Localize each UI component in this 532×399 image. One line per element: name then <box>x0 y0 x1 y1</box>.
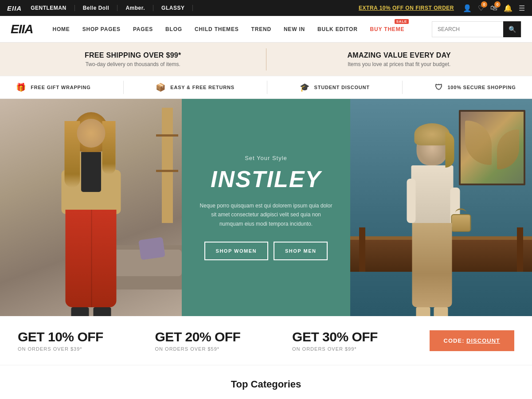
nav-shop-pages[interactable]: SHOP PAGES <box>76 26 127 32</box>
hair <box>73 112 109 152</box>
right-heels <box>411 307 453 316</box>
hero-left-person <box>66 112 117 316</box>
user-icon[interactable]: 👤 <box>463 4 472 12</box>
nav-new-in[interactable]: NEW IN <box>278 26 311 32</box>
shop-men-button[interactable]: SHOP MEN <box>274 242 328 260</box>
theme-glassy[interactable]: GLASSY <box>153 5 193 11</box>
promo-left: FREE SHIPPING OVER $99* Two-day delivery… <box>0 51 266 67</box>
promo-highlight: 10% OFF <box>379 5 404 11</box>
handbag-handle <box>455 208 466 217</box>
wishlist-icon[interactable]: ♡ 0 <box>478 4 484 12</box>
feature-returns-label: EASY & FREE RETURNS <box>170 85 235 90</box>
feature-returns: 📦 EASY & FREE RETURNS <box>156 82 234 92</box>
menu-icon[interactable]: ☰ <box>519 4 525 12</box>
discount-section: GET 10% OFF ON ORDERS OVER $39* GET 20% … <box>0 316 532 365</box>
theme-gentleman[interactable]: GENTLEMAN <box>31 5 75 11</box>
promo-right: AMAZING VALUE EVERY DAY Items you love a… <box>266 51 532 67</box>
feature-gift-wrapping: 🎁 FREE GIFT WRAPPING <box>16 82 90 92</box>
theme-belledoll[interactable]: Belle Doll <box>75 5 118 11</box>
shelf-h1 <box>156 134 178 137</box>
main-header: EIIA HOME SHOP PAGES PAGES BLOG CHILD TH… <box>0 16 532 43</box>
topbar-logo: EIIA <box>7 4 22 12</box>
search-input[interactable] <box>432 26 503 32</box>
pants-seam <box>91 210 92 307</box>
pants <box>66 210 117 307</box>
hero-left-panel <box>0 99 182 316</box>
promo-right-subtitle: Items you love at prices that fit your b… <box>284 61 515 67</box>
topbar-icons: 👤 ♡ 0 🛍 0 🔔 ☰ <box>463 4 525 12</box>
desk-leg-left <box>359 227 365 272</box>
promo-prefix: EXTRA <box>359 5 379 11</box>
handbag <box>451 214 471 232</box>
hero-right-scene <box>350 99 532 316</box>
theme-amber[interactable]: Amber. <box>117 5 153 11</box>
search-button[interactable]: 🔍 <box>503 21 521 37</box>
discount-title-2: GET 20% OFF <box>155 329 241 344</box>
search-area: 🔍 <box>432 21 521 37</box>
promo-right-title: AMAZING VALUE EVERY DAY <box>284 51 515 59</box>
nav-trend[interactable]: TREND <box>245 26 278 32</box>
shoes <box>66 307 117 316</box>
face <box>77 119 105 148</box>
art-leaf-2 <box>497 129 519 169</box>
promo-left-title: FREE SHIPPING OVER $99* <box>18 51 248 59</box>
main-nav: HOME SHOP PAGES PAGES BLOG CHILD THEMES … <box>46 26 432 32</box>
cart-icon[interactable]: 🛍 0 <box>490 4 497 12</box>
shield-icon: 🛡 <box>435 83 443 92</box>
right-arm-left <box>407 179 415 223</box>
topbar-promo: EXTRA 10% OFF ON FIRST ORDER <box>359 5 454 11</box>
gift-icon: 🎁 <box>16 82 26 92</box>
nav-home[interactable]: HOME <box>46 26 76 32</box>
feature-student-label: STUDENT DISCOUNT <box>314 85 370 90</box>
discount-col-2: GET 20% OFF ON ORDERS OVER $59* <box>155 329 293 352</box>
discount-subtitle-1: ON ORDERS OVER $39* <box>18 346 155 352</box>
shop-women-button[interactable]: SHOP WOMEN <box>204 242 268 260</box>
discount-col-1: GET 10% OFF ON ORDERS OVER $39* <box>18 329 155 352</box>
student-icon: 🎓 <box>300 82 310 92</box>
promo-suffix: ON FIRST ORDER <box>403 5 454 11</box>
top-categories-title: Top Categories <box>18 379 514 390</box>
art-leaf-1 <box>465 121 492 165</box>
main-logo[interactable]: EIIA <box>11 22 33 36</box>
nav-blog[interactable]: BLOG <box>159 26 188 32</box>
wishlist-badge: 0 <box>481 1 487 8</box>
buy-theme-badge: Sale <box>395 19 409 24</box>
heel-left <box>416 307 430 316</box>
right-face <box>417 130 448 165</box>
shelf-vertical <box>162 108 173 223</box>
desk-leg-right <box>517 227 523 272</box>
hero-right-panel <box>350 99 532 316</box>
nav-buy-theme[interactable]: Sale BUY THEME <box>364 26 411 32</box>
hero-buttons: SHOP WOMEN SHOP MEN <box>204 242 328 260</box>
right-top <box>411 165 453 223</box>
feature-gift-label: FREE GIFT WRAPPING <box>31 85 90 90</box>
sofa-pillow <box>138 237 165 260</box>
hero-left-scene <box>0 99 182 316</box>
discount-code-value: DISCOUNT <box>466 337 500 344</box>
discount-code-button[interactable]: CODE: DISCOUNT <box>430 330 514 351</box>
promo-left-subtitle: Two-day delivery on thousands of items. <box>18 61 248 67</box>
returns-icon: 📦 <box>156 82 166 92</box>
discount-title-3: GET 30% OFF <box>292 329 378 344</box>
hero-center-panel: Set Your Style INSTILEY Neque porro quis… <box>182 99 350 316</box>
top-categories-section: Top Categories <box>0 365 532 395</box>
arm-right <box>110 170 121 214</box>
right-skirt <box>412 223 452 307</box>
right-hair-side <box>446 132 454 168</box>
right-hair-top <box>415 123 450 145</box>
shoe-left <box>71 307 89 316</box>
discount-col-3: GET 30% OFF ON ORDERS OVER $99* <box>292 329 430 352</box>
nav-bulk-editor[interactable]: BULK EDITOR <box>311 26 364 32</box>
notification-icon[interactable]: 🔔 <box>504 4 512 12</box>
shelf-h2 <box>156 170 178 172</box>
nav-pages[interactable]: PAGES <box>127 26 159 32</box>
nav-child-themes[interactable]: CHILD THEMES <box>188 26 245 32</box>
shoe-right <box>93 307 111 316</box>
hero-description: Neque porro quisquam est qui dolorem ips… <box>200 201 332 228</box>
feature-student-discount: 🎓 STUDENT DISCOUNT <box>300 82 370 92</box>
cart-badge: 0 <box>494 1 501 8</box>
features-bar: 🎁 FREE GIFT WRAPPING 📦 EASY & FREE RETUR… <box>0 76 532 99</box>
hero-brand: INSTILEY <box>211 166 321 192</box>
heel-right <box>434 307 448 316</box>
promo-banner: FREE SHIPPING OVER $99* Two-day delivery… <box>0 43 532 76</box>
